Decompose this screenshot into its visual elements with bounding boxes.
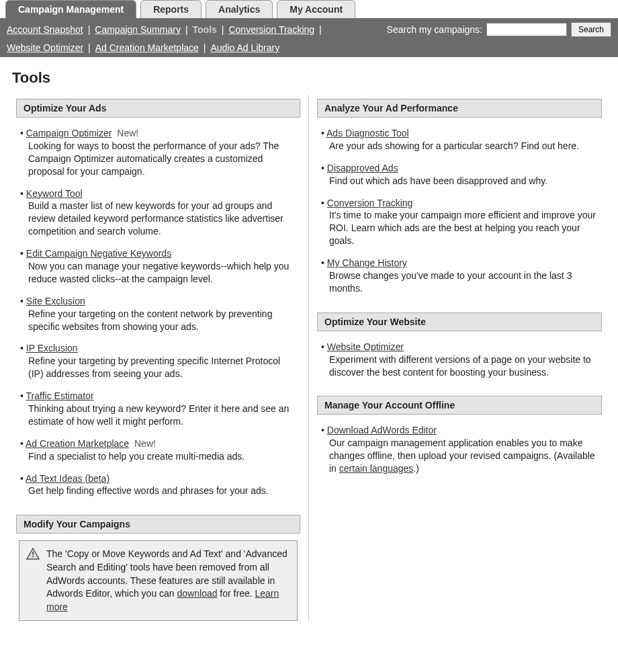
list-item: IP Exclusion Refine your targeting by pr… xyxy=(19,338,298,386)
new-tag: New! xyxy=(117,128,138,138)
link-traffic-estimator[interactable]: Traffic Estimator xyxy=(26,390,94,401)
item-desc: Browse changes you've made to your accou… xyxy=(329,269,599,295)
list-item: Edit Campaign Negative Keywords Now you … xyxy=(19,243,298,291)
search-label: Search my campaigns: xyxy=(387,24,482,35)
item-desc: Refine your targeting on the content net… xyxy=(28,308,298,333)
section-optimize-ads: Optimize Your Ads xyxy=(16,99,300,118)
separator: | xyxy=(317,24,324,35)
separator: | xyxy=(86,24,93,35)
section-optimize-website: Optimize Your Website xyxy=(317,312,602,331)
item-desc: Experiment with different versions of a … xyxy=(329,353,599,379)
item-desc: Are your ads showing for a particular se… xyxy=(329,140,599,153)
list-item: Conversion Tracking It's time to make yo… xyxy=(320,193,599,253)
left-column: Optimize Your Ads Campaign Optimizer New… xyxy=(8,95,309,621)
search-campaigns: Search my campaigns: Search xyxy=(387,22,611,37)
main-tabs: Campaign Management Reports Analytics My… xyxy=(0,0,618,18)
item-desc: Find out which ads have been disapproved… xyxy=(329,175,599,187)
link-edit-negative-keywords[interactable]: Edit Campaign Negative Keywords xyxy=(26,248,171,259)
desc-text: .) xyxy=(413,463,419,474)
section-manage-offline: Manage Your Account Offline xyxy=(317,396,602,415)
subnav-ad-creation-marketplace[interactable]: Ad Creation Marketplace xyxy=(95,42,199,53)
new-tag: New! xyxy=(134,438,156,449)
subnav-website-optimizer[interactable]: Website Optimizer xyxy=(7,42,83,53)
list-item: Ads Diagnostic Tool Are your ads showing… xyxy=(320,123,599,158)
link-download[interactable]: download xyxy=(177,588,218,599)
item-desc: Thinking about trying a new keyword? Ent… xyxy=(28,403,298,428)
link-ad-text-ideas[interactable]: Ad Text Ideas (beta) xyxy=(26,473,109,484)
list-item: Disapproved Ads Find out which ads have … xyxy=(320,158,599,193)
subnav-tools-current: Tools xyxy=(193,24,217,35)
list-item: Keyword Tool Build a master list of new … xyxy=(19,183,298,244)
right-column: Analyze Your Ad Performance Ads Diagnost… xyxy=(309,95,610,621)
item-desc: Now you can manage your negative keyword… xyxy=(28,260,298,286)
item-desc: Refine your targeting by preventing spec… xyxy=(28,355,298,380)
list-item: Campaign Optimizer New! Looking for ways… xyxy=(19,123,298,183)
separator: | xyxy=(86,42,93,53)
link-certain-languages[interactable]: certain languages xyxy=(339,463,414,474)
item-desc: Find a specialist to help you create mul… xyxy=(28,450,298,463)
separator: | xyxy=(183,24,190,35)
subnav-account-snapshot[interactable]: Account Snapshot xyxy=(7,24,83,35)
warning-icon: ! xyxy=(26,548,40,560)
list-item: Site Exclusion Refine your targeting on … xyxy=(19,291,298,339)
section-modify-campaigns: Modify Your Campaigns xyxy=(16,515,300,534)
removed-tools-notice: ! The 'Copy or Move Keywords and Ad Text… xyxy=(19,540,298,621)
list-item: Website Optimizer Experiment with differ… xyxy=(320,337,599,384)
item-desc: Get help finding effective words and phr… xyxy=(28,485,298,497)
list-item: Ad Creation Marketplace New! Find a spec… xyxy=(19,433,298,468)
manage-offline-list: Download AdWords Editor Our campaign man… xyxy=(317,415,602,489)
link-ad-creation-marketplace[interactable]: Ad Creation Marketplace xyxy=(26,438,129,449)
list-item: Ad Text Ideas (beta) Get help finding ef… xyxy=(19,468,298,503)
tab-campaign-management[interactable]: Campaign Management xyxy=(5,0,136,18)
separator: | xyxy=(202,42,208,53)
link-download-adwords-editor[interactable]: Download AdWords Editor xyxy=(327,425,437,435)
link-conversion-tracking[interactable]: Conversion Tracking xyxy=(327,198,413,208)
search-button[interactable]: Search xyxy=(571,22,611,37)
list-item: Traffic Estimator Thinking about trying … xyxy=(19,386,298,433)
tab-my-account[interactable]: My Account xyxy=(277,0,355,18)
page-title: Tools xyxy=(12,69,618,87)
list-item: My Change History Browse changes you've … xyxy=(320,253,599,300)
analyze-performance-list: Ads Diagnostic Tool Are your ads showing… xyxy=(317,118,602,308)
link-campaign-optimizer[interactable]: Campaign Optimizer xyxy=(26,128,112,138)
link-ads-diagnostic[interactable]: Ads Diagnostic Tool xyxy=(326,128,409,138)
notice-text: for free. xyxy=(217,588,255,599)
subnav-conversion-tracking[interactable]: Conversion Tracking xyxy=(228,24,314,35)
svg-text:!: ! xyxy=(32,550,34,558)
tab-analytics[interactable]: Analytics xyxy=(206,0,273,18)
link-website-optimizer[interactable]: Website Optimizer xyxy=(327,341,404,352)
sub-navigation: Account Snapshot| Campaign Summary| Tool… xyxy=(0,18,618,57)
link-my-change-history[interactable]: My Change History xyxy=(327,257,407,268)
optimize-website-list: Website Optimizer Experiment with differ… xyxy=(317,331,602,392)
tab-reports[interactable]: Reports xyxy=(140,0,202,18)
item-desc: It's time to make your campaign more eff… xyxy=(329,209,599,247)
item-desc: Build a master list of new keywords for … xyxy=(28,200,298,238)
separator: | xyxy=(220,24,226,35)
subnav-audio-ad-library[interactable]: Audio Ad Library xyxy=(210,42,279,53)
list-item: Download AdWords Editor Our campaign man… xyxy=(320,420,599,480)
link-disapproved-ads[interactable]: Disapproved Ads xyxy=(327,163,398,173)
link-keyword-tool[interactable]: Keyword Tool xyxy=(26,188,83,199)
optimize-ads-list: Campaign Optimizer New! Looking for ways… xyxy=(16,118,300,511)
subnav-campaign-summary[interactable]: Campaign Summary xyxy=(95,24,181,35)
link-site-exclusion[interactable]: Site Exclusion xyxy=(26,296,85,306)
link-ip-exclusion[interactable]: IP Exclusion xyxy=(26,343,78,353)
item-desc: Looking for ways to boost the performanc… xyxy=(28,140,298,178)
search-input[interactable] xyxy=(486,23,567,36)
section-analyze-performance: Analyze Your Ad Performance xyxy=(317,99,602,118)
item-desc: Our campaign management application enab… xyxy=(329,437,599,475)
